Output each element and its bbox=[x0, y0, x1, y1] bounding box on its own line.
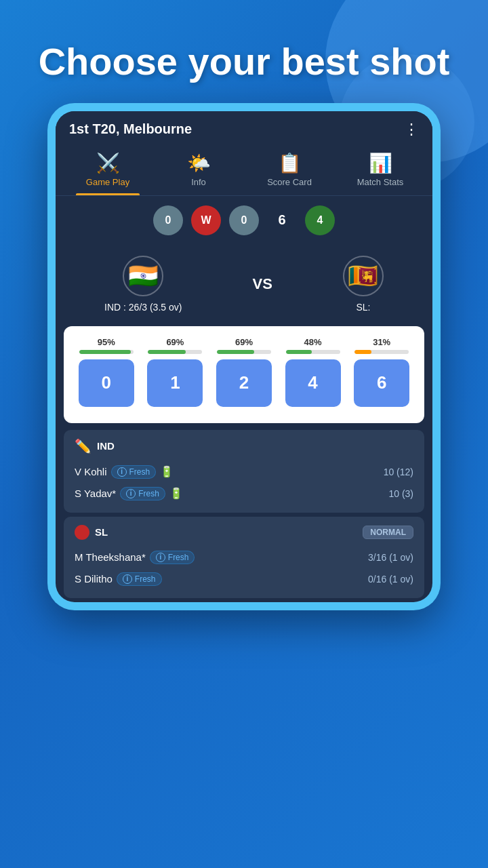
matchstats-icon: 📊 bbox=[369, 152, 392, 174]
dilitho-info: S Dilitho i Fresh bbox=[75, 572, 162, 586]
ball-four: 4 bbox=[305, 205, 335, 235]
sl-dot-icon bbox=[75, 525, 89, 540]
scorecard-icon: 📋 bbox=[278, 152, 302, 174]
scorecard-label: Score Card bbox=[267, 177, 312, 187]
theekshana-status: Fresh bbox=[168, 553, 189, 562]
shot-button-2[interactable]: 2 bbox=[216, 359, 272, 407]
phone-screen: 1st T20, Melbourne ⋮ ⚔️ Game Play 🌤️ Inf… bbox=[56, 111, 432, 602]
match-title: 1st T20, Melbourne bbox=[69, 121, 192, 137]
info-label: Info bbox=[191, 177, 206, 187]
player-row-dilitho: S Dilitho i Fresh 0/16 (1 ov) bbox=[75, 568, 413, 590]
pct-bar-1 bbox=[148, 350, 202, 354]
tab-gameplay[interactable]: ⚔️ Game Play bbox=[62, 145, 153, 195]
pct-6: 31% bbox=[373, 337, 390, 347]
bowling-team: SL bbox=[95, 526, 108, 538]
teams-section: 🇮🇳 IND : 26/3 (3.5 ov) VS 🇱🇰 SL: bbox=[56, 245, 432, 319]
more-options-button[interactable]: ⋮ bbox=[404, 121, 419, 138]
kohli-status: Fresh bbox=[129, 467, 150, 477]
pct-fill-4 bbox=[286, 350, 312, 354]
batting-icon: ✏️ bbox=[75, 438, 92, 454]
tab-info[interactable]: 🌤️ Info bbox=[153, 145, 244, 195]
pct-4: 48% bbox=[304, 337, 322, 347]
team-srilanka: 🇱🇰 SL: bbox=[343, 256, 384, 313]
dilitho-name: S Dilitho bbox=[75, 573, 113, 585]
pct-bar-6 bbox=[354, 350, 409, 354]
yadav-info-circle: i bbox=[126, 489, 136, 498]
shot-percentages-row: 95% 0 69% 1 69% bbox=[72, 337, 416, 407]
batting-team: IND bbox=[97, 440, 115, 452]
srilanka-score: SL: bbox=[356, 302, 370, 313]
dilitho-status: Fresh bbox=[135, 574, 156, 584]
yadav-fresh-badge: i Fresh bbox=[120, 487, 165, 500]
pct-0: 95% bbox=[98, 337, 115, 347]
ball-six: 6 bbox=[267, 205, 297, 235]
shot-col-2: 69% 2 bbox=[214, 337, 274, 407]
pct-fill-1 bbox=[148, 350, 185, 354]
theekshana-info: M Theekshana* i Fresh bbox=[75, 551, 195, 564]
vs-text: VS bbox=[253, 275, 272, 293]
match-header: 1st T20, Melbourne ⋮ bbox=[56, 111, 432, 145]
ball-0-second: 0 bbox=[229, 205, 259, 235]
pct-fill-2 bbox=[217, 350, 254, 354]
pct-bar-0 bbox=[79, 350, 134, 354]
yadav-status: Fresh bbox=[138, 489, 159, 498]
dilitho-score: 0/16 (1 ov) bbox=[368, 574, 413, 585]
shot-col-4: 48% 4 bbox=[283, 337, 344, 407]
kohli-battery-icon: 🔋 bbox=[160, 465, 174, 478]
theekshana-score: 3/16 (1 ov) bbox=[368, 552, 413, 563]
kohli-name: V Kohli bbox=[75, 466, 107, 477]
player-row-yadav: S Yadav* i Fresh 🔋 10 (3) bbox=[75, 483, 413, 505]
player-row-theekshana: M Theekshana* i Fresh 3/16 (1 ov) bbox=[75, 547, 413, 568]
shot-button-1[interactable]: 1 bbox=[147, 359, 203, 407]
pct-bar-4 bbox=[286, 350, 340, 354]
bowling-header: SL NORMAL bbox=[75, 525, 413, 540]
pct-2: 69% bbox=[235, 337, 253, 347]
theekshana-fresh-badge: i Fresh bbox=[150, 551, 195, 564]
pct-bar-2 bbox=[217, 350, 271, 354]
india-score: IND : 26/3 (3.5 ov) bbox=[104, 302, 182, 313]
ball-wicket: W bbox=[191, 205, 221, 235]
matchstats-label: Match Stats bbox=[357, 177, 404, 187]
srilanka-flag: 🇱🇰 bbox=[343, 256, 384, 296]
pct-1: 69% bbox=[166, 337, 184, 347]
gameplay-icon: ⚔️ bbox=[96, 152, 120, 174]
gameplay-label: Game Play bbox=[86, 177, 129, 187]
yadav-battery-icon: 🔋 bbox=[169, 487, 183, 500]
normal-badge: NORMAL bbox=[363, 526, 413, 539]
shot-col-1: 69% 1 bbox=[144, 337, 205, 407]
yadav-name: S Yadav* bbox=[75, 488, 116, 499]
kohli-info: V Kohli i Fresh 🔋 bbox=[75, 465, 174, 479]
kohli-fresh-badge: i Fresh bbox=[111, 465, 157, 479]
kohli-score: 10 (12) bbox=[384, 467, 413, 477]
batting-panel: ✏️ IND V Kohli i Fresh 🔋 10 (12) bbox=[64, 430, 424, 513]
info-icon: 🌤️ bbox=[187, 152, 211, 174]
shot-button-4[interactable]: 4 bbox=[285, 359, 341, 407]
shot-col-6: 31% 6 bbox=[351, 337, 412, 407]
tab-scorecard[interactable]: 📋 Score Card bbox=[244, 145, 335, 195]
kohli-info-circle: i bbox=[117, 467, 127, 477]
pct-fill-6 bbox=[354, 350, 371, 354]
tab-matchstats[interactable]: 📊 Match Stats bbox=[335, 145, 426, 195]
player-row-kohli: V Kohli i Fresh 🔋 10 (12) bbox=[75, 461, 413, 483]
phone-mockup: 1st T20, Melbourne ⋮ ⚔️ Game Play 🌤️ Inf… bbox=[47, 103, 441, 610]
ball-0-first: 0 bbox=[153, 205, 183, 235]
dilitho-info-circle: i bbox=[123, 574, 132, 584]
shot-selection-card: 95% 0 69% 1 69% bbox=[64, 326, 424, 423]
score-balls-row: 0 W 0 6 4 bbox=[56, 196, 432, 245]
shot-button-0[interactable]: 0 bbox=[79, 359, 134, 407]
bowling-panel: SL NORMAL M Theekshana* i Fresh 3/16 (1 … bbox=[64, 517, 424, 598]
dilitho-fresh-badge: i Fresh bbox=[117, 572, 162, 586]
team-india: 🇮🇳 IND : 26/3 (3.5 ov) bbox=[104, 256, 182, 313]
yadav-info: S Yadav* i Fresh 🔋 bbox=[75, 487, 183, 500]
shot-button-6[interactable]: 6 bbox=[354, 359, 409, 407]
pct-fill-0 bbox=[79, 350, 131, 354]
yadav-score: 10 (3) bbox=[388, 488, 413, 499]
theekshana-name: M Theekshana* bbox=[75, 551, 146, 563]
shot-col-0: 95% 0 bbox=[76, 337, 137, 407]
batting-header: ✏️ IND bbox=[75, 438, 413, 454]
theekshana-info-circle: i bbox=[156, 553, 165, 562]
headline: Choose your best shot bbox=[0, 0, 488, 103]
nav-tabs: ⚔️ Game Play 🌤️ Info 📋 Score Card 📊 Matc… bbox=[56, 145, 432, 196]
india-flag: 🇮🇳 bbox=[123, 256, 163, 296]
